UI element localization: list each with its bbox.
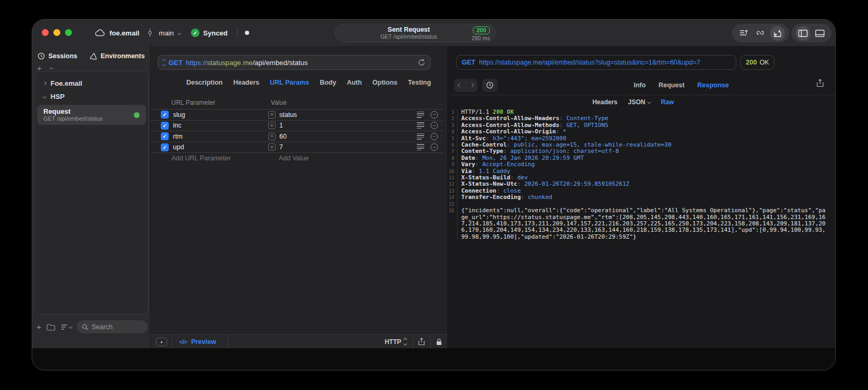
- tab-testing[interactable]: Testing: [408, 79, 431, 86]
- request-tabs: DescriptionHeadersURL ParamsBodyAuthOpti…: [151, 79, 447, 86]
- session-tree: Foe.email HSP: [37, 77, 146, 103]
- add-param-row[interactable]: Add URL Parameter Add Value: [151, 152, 443, 164]
- param-value-field[interactable]: 60: [279, 133, 417, 140]
- param-enabled-checkbox[interactable]: ✓: [161, 143, 169, 151]
- remove-param-icon[interactable]: −: [431, 122, 438, 129]
- tab-options[interactable]: Options: [372, 79, 397, 86]
- close-window-button[interactable]: [42, 29, 49, 36]
- minimize-window-button[interactable]: [53, 29, 60, 36]
- toolbar-group-left: [732, 24, 789, 42]
- request-status-dot: [134, 112, 140, 118]
- tab-url-params[interactable]: URL Params: [270, 79, 309, 86]
- param-row: ✓ inc = 1 −: [151, 120, 443, 131]
- add-param-name-placeholder[interactable]: Add URL Parameter: [171, 155, 279, 162]
- row-options-icon[interactable]: [417, 112, 424, 118]
- row-options-icon[interactable]: [417, 144, 424, 150]
- param-enabled-checkbox[interactable]: ✓: [161, 111, 169, 119]
- response-url-box[interactable]: GET https://statuspage.me/api/embed/stat…: [456, 55, 736, 70]
- tab-body[interactable]: Body: [319, 79, 336, 86]
- history-clock-icon[interactable]: [482, 79, 498, 92]
- remove-param-icon[interactable]: −: [431, 143, 438, 151]
- line-number: 7: [448, 148, 457, 155]
- tab-headers[interactable]: Headers: [233, 79, 259, 86]
- protocol-selector[interactable]: HTTP: [385, 338, 413, 346]
- branch-name[interactable]: main: [159, 29, 173, 37]
- response-method: GET: [462, 59, 476, 66]
- request-url-input[interactable]: GET https://statuspage.me/api/embed/stat…: [158, 55, 431, 70]
- request-list-item[interactable]: Request GET /api/embed/status: [37, 105, 146, 125]
- chevron-right-icon[interactable]: [43, 81, 46, 85]
- tab-sessions[interactable]: Sessions: [38, 52, 77, 60]
- import-export-icon[interactable]: [770, 26, 785, 41]
- project-name[interactable]: foe.email: [109, 29, 139, 37]
- row-options-icon[interactable]: [417, 133, 424, 140]
- share-request-icon[interactable]: [413, 338, 430, 346]
- tab-info[interactable]: Info: [634, 81, 646, 89]
- param-value-field[interactable]: 1: [279, 122, 417, 129]
- request-footer: ▲ </> Preview HTTP: [151, 334, 447, 348]
- response-body[interactable]: 1 HTTP/1.1 200 OK 2 Access-Control-Allow…: [448, 109, 828, 348]
- collapse-editor-icon[interactable]: ▲: [156, 338, 167, 346]
- request-method[interactable]: GET: [169, 59, 183, 67]
- equals-icon: =: [268, 122, 276, 129]
- line-number: 16: [448, 207, 457, 240]
- subtab-headers[interactable]: Headers: [592, 98, 617, 106]
- sync-status[interactable]: ✓ Synced: [191, 29, 227, 37]
- sort-list-icon[interactable]: [61, 324, 72, 330]
- tree-item-foe-email[interactable]: Foe.email: [37, 77, 146, 90]
- remove-param-icon[interactable]: −: [431, 111, 438, 119]
- tab-auth[interactable]: Auth: [347, 79, 362, 86]
- preview-button[interactable]: </> Preview: [172, 338, 228, 346]
- param-name-field[interactable]: slug: [173, 111, 268, 119]
- tab-description[interactable]: Description: [186, 79, 223, 86]
- tree-item-label: HSP: [51, 93, 65, 101]
- url-scheme: https://: [186, 59, 207, 67]
- row-options-icon[interactable]: [417, 122, 424, 129]
- tree-item-hsp[interactable]: HSP: [37, 90, 146, 103]
- request-list-icon[interactable]: [736, 26, 751, 41]
- response-tabs: InfoRequestResponse: [498, 81, 835, 89]
- search-input[interactable]: Search: [77, 320, 148, 333]
- zoom-window-button[interactable]: [65, 29, 72, 36]
- new-folder-icon[interactable]: [47, 323, 56, 331]
- export-response-icon[interactable]: [817, 79, 824, 87]
- add-item-icon[interactable]: +: [36, 322, 41, 331]
- param-name-field[interactable]: rtm: [173, 133, 268, 140]
- subtab-json[interactable]: JSON: [628, 98, 650, 106]
- history-back-icon[interactable]: [454, 84, 465, 87]
- bottom-panel-toggle-icon[interactable]: [812, 26, 827, 41]
- line-number: 8: [448, 155, 457, 161]
- tab-response[interactable]: Response: [697, 81, 729, 89]
- remove-param-icon[interactable]: −: [431, 133, 438, 140]
- param-name-field[interactable]: inc: [173, 122, 268, 129]
- tab-environments[interactable]: Environments: [90, 52, 144, 60]
- param-value-field[interactable]: status: [279, 111, 417, 119]
- param-name-field[interactable]: upd: [173, 143, 268, 151]
- subtab-raw[interactable]: Raw: [661, 98, 674, 106]
- response-status-text: OK: [760, 59, 769, 66]
- method-stepper-icon[interactable]: [163, 60, 166, 66]
- branch-icon: [148, 29, 152, 37]
- param-enabled-checkbox[interactable]: ✓: [161, 122, 169, 130]
- chevron-down-icon: [69, 325, 72, 328]
- line-number: 14: [448, 194, 457, 201]
- line-number: 5: [448, 135, 457, 142]
- chevron-down-icon[interactable]: [43, 95, 46, 98]
- add-param-value-placeholder[interactable]: Add Value: [279, 155, 309, 162]
- line-number: 12: [448, 181, 457, 187]
- line-number: 15: [448, 201, 457, 207]
- equals-icon: =: [268, 133, 276, 140]
- chevron-down-icon[interactable]: [178, 31, 181, 34]
- response-code: 1 HTTP/1.1 200 OK 2 Access-Control-Allow…: [448, 109, 828, 240]
- flow-icon[interactable]: [753, 26, 768, 41]
- resend-request-icon[interactable]: [418, 59, 425, 66]
- request-status-pill[interactable]: Sent Request GET /api/embed/status 200 2…: [335, 24, 496, 42]
- history-forward-icon[interactable]: [466, 84, 478, 87]
- param-value-field[interactable]: 7: [279, 143, 417, 151]
- param-enabled-checkbox[interactable]: ✓: [161, 132, 169, 140]
- lock-icon[interactable]: [431, 338, 447, 346]
- chevron-down-icon: [647, 100, 651, 103]
- tab-request[interactable]: Request: [659, 81, 684, 89]
- code-icon: </>: [179, 339, 187, 345]
- sidebar-toggle-icon[interactable]: [796, 26, 810, 41]
